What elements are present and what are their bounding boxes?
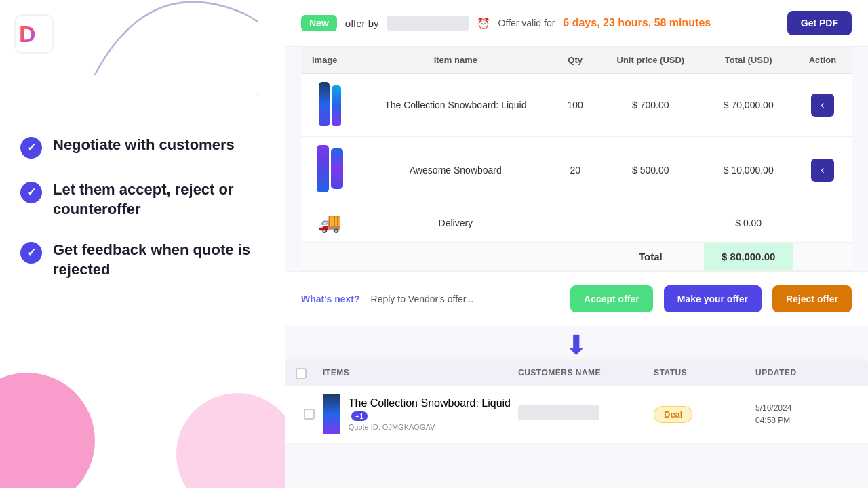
feature-item-negotiate: ✓ Negotiate with customers xyxy=(20,136,251,159)
row-checkbox-cell xyxy=(296,409,323,420)
make-offer-button[interactable]: Make your offer xyxy=(664,285,762,312)
feature-text-feedback: Get feedback when quote is rejected xyxy=(53,241,251,279)
bottom-table-header: ITEMS CUSTOMERS NAME STATUS UPDATED xyxy=(285,361,868,386)
bottom-item-badge: +1 xyxy=(351,411,368,421)
total-delivery: $ 0.00 xyxy=(704,203,793,243)
qty-delivery xyxy=(553,203,597,243)
bottom-item-name: The Collection Snowboard: Liquid +1 xyxy=(349,397,518,422)
feature-item-accept-reject: ✓ Let them accept, reject or counteroffe… xyxy=(20,180,251,219)
item-name-2: Awesome Snowboard xyxy=(358,137,553,203)
offer-valid-time: 6 days, 23 hours, 58 minutes xyxy=(563,17,711,29)
bottom-customer-name-cell xyxy=(518,405,654,423)
check-icon-accept-reject: ✓ xyxy=(20,182,42,203)
whats-next-bar: What's next? Reply to Vendor's offer... … xyxy=(285,271,868,326)
total-empty-4 xyxy=(793,243,852,271)
feature-list: ✓ Negotiate with customers ✓ Let them ac… xyxy=(20,136,251,301)
updated-date: 5/16/2024 xyxy=(755,402,857,414)
get-pdf-button[interactable]: Get PDF xyxy=(787,11,852,35)
status-badge-deal: Deal xyxy=(654,406,692,423)
item-name-delivery: Delivery xyxy=(358,203,553,243)
total-empty-2 xyxy=(358,243,553,271)
main-content: New offer by ⏰ Offer valid for 6 days, 2… xyxy=(285,0,868,488)
feature-text-negotiate: Negotiate with customers xyxy=(53,136,235,155)
bottom-table-row: The Collection Snowboard: Liquid +1 Quot… xyxy=(285,386,868,443)
table-row: 🚚 Delivery $ 0.00 xyxy=(301,203,852,243)
table-row: The Collection Snowboard: Liquid 100 $ 7… xyxy=(301,74,852,137)
decorative-blob-bottom-right xyxy=(176,393,285,488)
bottom-updated-cell: 5/16/2024 04:58 PM xyxy=(755,402,857,426)
total-empty-3 xyxy=(553,243,597,271)
bottom-item-quote-id: Quote ID: OJMGKAOGAV xyxy=(349,423,518,431)
action-cell-1: ‹ xyxy=(793,74,852,137)
decorative-curve-top xyxy=(41,0,258,95)
expand-button-1[interactable]: ‹ xyxy=(811,94,834,117)
reply-text: Reply to Vendor's offer... xyxy=(371,293,474,304)
total-row: Total $ 80,000.00 xyxy=(301,243,852,271)
bottom-table-section: ITEMS CUSTOMERS NAME STATUS UPDATED The … xyxy=(285,361,868,443)
offer-by-name-placeholder xyxy=(387,16,469,30)
total-label: Total xyxy=(597,243,704,271)
bottom-col-checkbox xyxy=(296,368,323,379)
col-header-action: Action xyxy=(793,47,852,74)
decorative-blob-bottom-left xyxy=(0,373,95,488)
total-value: $ 80,000.00 xyxy=(704,243,793,271)
customer-name-placeholder xyxy=(518,405,599,420)
col-header-unit-price: Unit price (USD) xyxy=(597,47,704,74)
unit-price-2: $ 500.00 xyxy=(597,137,704,203)
bottom-item-cell: The Collection Snowboard: Liquid +1 Quot… xyxy=(323,394,518,434)
bottom-product-image xyxy=(323,394,340,434)
col-header-item-name: Item name xyxy=(358,47,553,74)
delivery-icon-cell: 🚚 xyxy=(301,203,358,243)
total-2: $ 10,000.00 xyxy=(704,137,793,203)
row-checkbox[interactable] xyxy=(304,409,315,420)
updated-time: 04:58 PM xyxy=(755,414,857,426)
total-1: $ 70,000.00 xyxy=(704,74,793,137)
select-all-checkbox[interactable] xyxy=(296,368,307,379)
col-header-qty: Qty xyxy=(553,47,597,74)
quote-table: Image Item name Qty Unit price (USD) Tot… xyxy=(301,47,852,271)
bottom-item-name-text: The Collection Snowboard: Liquid xyxy=(349,397,511,409)
arrow-down-icon: ⬇ xyxy=(565,331,588,359)
whats-next-link[interactable]: What's next? xyxy=(301,293,360,304)
col-header-total: Total (USD) xyxy=(704,47,793,74)
action-cell-2: ‹ xyxy=(793,137,852,203)
badge-new: New xyxy=(301,15,337,31)
check-icon-feedback: ✓ xyxy=(20,242,42,264)
product-image-cell-1 xyxy=(301,74,358,137)
offer-by-label: offer by xyxy=(345,18,379,29)
accept-offer-button[interactable]: Accept offer xyxy=(570,285,653,312)
total-empty-1 xyxy=(301,243,358,271)
logo: D xyxy=(14,14,54,54)
check-icon-negotiate: ✓ xyxy=(20,137,42,159)
bottom-item-info: The Collection Snowboard: Liquid +1 Quot… xyxy=(349,397,518,431)
product-image-cell-2 xyxy=(301,137,358,203)
quote-table-wrapper: Image Item name Qty Unit price (USD) Tot… xyxy=(285,47,868,271)
offer-header: New offer by ⏰ Offer valid for 6 days, 2… xyxy=(285,0,868,47)
bottom-status-cell: Deal xyxy=(654,406,755,423)
feature-text-accept-reject: Let them accept, reject or counteroffer xyxy=(53,180,251,219)
action-delivery xyxy=(793,203,852,243)
arrow-down-container: ⬇ xyxy=(285,326,868,361)
item-name-1: The Collection Snowboard: Liquid xyxy=(358,74,553,137)
table-header-row: Image Item name Qty Unit price (USD) Tot… xyxy=(301,47,852,74)
qty-1: 100 xyxy=(553,74,597,137)
col-header-image: Image xyxy=(301,47,358,74)
svg-text:D: D xyxy=(19,21,36,47)
bottom-col-customers: CUSTOMERS NAME xyxy=(518,368,654,379)
delivery-truck-icon: 🚚 xyxy=(318,212,342,233)
table-row: Awesome Snowboard 20 $ 500.00 $ 10,000.0… xyxy=(301,137,852,203)
reject-offer-button[interactable]: Reject offer xyxy=(772,285,852,312)
bottom-col-status: STATUS xyxy=(654,368,755,379)
bottom-col-items: ITEMS xyxy=(323,368,518,379)
sidebar: D ✓ Negotiate with customers ✓ Let them … xyxy=(0,0,285,488)
unit-price-1: $ 700.00 xyxy=(597,74,704,137)
timer-icon: ⏰ xyxy=(477,17,490,30)
feature-item-feedback: ✓ Get feedback when quote is rejected xyxy=(20,241,251,279)
offer-valid-label: Offer valid for xyxy=(498,18,555,28)
bottom-col-updated: UPDATED xyxy=(755,368,857,379)
expand-button-2[interactable]: ‹ xyxy=(811,159,834,182)
unit-price-delivery xyxy=(597,203,704,243)
qty-2: 20 xyxy=(553,137,597,203)
